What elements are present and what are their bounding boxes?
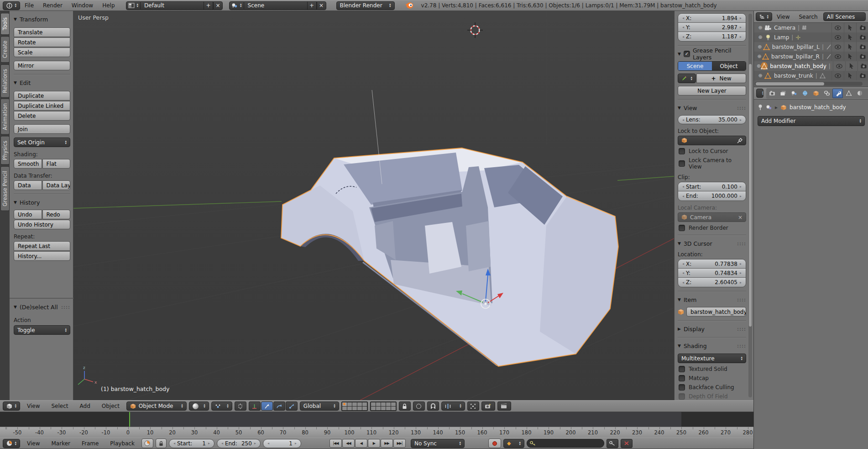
set-origin-dropdown[interactable]: Set Origin▴▾: [14, 137, 70, 147]
tab-scene-icon[interactable]: [789, 89, 799, 98]
viewport-shading-dropdown[interactable]: ▴▾: [189, 401, 209, 411]
redo-button[interactable]: Redo: [42, 210, 71, 219]
menu-help[interactable]: Help: [98, 2, 119, 9]
panel-header-deselect-all[interactable]: ▼(De)select All::::: [14, 302, 70, 312]
local-camera-field[interactable]: Camera ×: [678, 212, 746, 222]
manipulator-axes-button[interactable]: [249, 401, 261, 411]
selectability-cursor-icon[interactable]: [844, 52, 856, 61]
outliner-item-camera[interactable]: ⊕ Camera|: [754, 23, 868, 32]
view3d-menu-object[interactable]: Object: [97, 403, 124, 409]
render-engine-select[interactable]: Blender Render ▴▾: [336, 1, 395, 10]
snap-target-button[interactable]: [467, 401, 479, 411]
render-border-checkbox[interactable]: [679, 225, 685, 231]
tab-animation[interactable]: Animation: [0, 99, 10, 135]
visibility-eye-icon[interactable]: [831, 71, 844, 80]
data-button[interactable]: Data: [14, 180, 42, 190]
backface-culling-checkbox[interactable]: [679, 384, 685, 391]
panel-header-view[interactable]: ▼View::::: [678, 103, 746, 112]
renderability-camera-icon[interactable]: [858, 61, 868, 71]
visibility-eye-icon[interactable]: [831, 32, 844, 42]
outliner-item-trunk[interactable]: ⊕ barstow_trunk|: [754, 71, 868, 80]
visibility-eye-icon[interactable]: [833, 61, 845, 71]
editor-type-info-button[interactable]: ▴▾: [3, 1, 20, 10]
tab-tools[interactable]: Tools: [0, 13, 10, 35]
breadcrumb-object-name[interactable]: barstow_hatch_body: [790, 104, 846, 111]
layer-cell[interactable]: [357, 402, 362, 406]
mirror-button[interactable]: Mirror: [14, 61, 70, 70]
transform-orientation-dropdown[interactable]: Global▴▾: [300, 401, 339, 411]
layer-cell[interactable]: [381, 407, 386, 410]
active-keying-set-field[interactable]: [527, 439, 604, 448]
next-keyframe-button[interactable]: ▶▶: [381, 439, 393, 448]
manipulator-translate-button[interactable]: [261, 401, 273, 411]
tab-physics[interactable]: Physics: [0, 136, 10, 165]
object-data-icon[interactable]: [766, 105, 772, 110]
renderability-camera-icon[interactable]: [856, 52, 868, 61]
panel-header-3d-cursor[interactable]: ▼3D Cursor::::: [678, 239, 746, 248]
repeat-last-button[interactable]: Repeat Last: [14, 241, 70, 251]
lens-slider[interactable]: ◂Lens:35.000▸: [678, 115, 746, 124]
grease-new-button[interactable]: +New: [696, 74, 746, 83]
eyedropper-icon[interactable]: [737, 138, 743, 143]
editor-type-3dview-button[interactable]: ▴▾: [3, 401, 20, 411]
duplicate-button[interactable]: Duplicate: [14, 91, 70, 100]
render-animation-button[interactable]: [497, 401, 511, 411]
menu-window[interactable]: Window: [67, 2, 98, 9]
visibility-eye-icon[interactable]: [831, 52, 844, 61]
tab-material-icon[interactable]: [854, 89, 865, 98]
panel-header-transform[interactable]: ▼Transform: [14, 15, 70, 24]
location-y-slider[interactable]: ◂Y:2.987▸: [678, 23, 746, 32]
location-z-slider[interactable]: ◂Z:1.187▸: [678, 32, 746, 41]
layer-cell[interactable]: [347, 407, 352, 410]
add-scene-button[interactable]: +: [307, 1, 317, 10]
mode-dropdown[interactable]: Object Mode ▴▾: [126, 401, 187, 411]
timeline-menu-playback[interactable]: Playback: [105, 440, 139, 447]
pivot-point-dropdown[interactable]: ▴▾: [211, 401, 232, 411]
tab-object-data-icon[interactable]: [843, 89, 854, 98]
renderability-camera-icon[interactable]: [856, 71, 868, 80]
view3d-menu-add[interactable]: Add: [75, 403, 95, 409]
layer-cell[interactable]: [376, 402, 381, 406]
viewport-3d[interactable]: z x User Persp (1) barstow_hatch_body: [73, 11, 674, 400]
selectability-cursor-icon[interactable]: [844, 42, 856, 52]
history-button[interactable]: History...: [14, 251, 70, 261]
layer-cell[interactable]: [357, 407, 362, 410]
outliner-item-hatch-body[interactable]: ⊕ barstow_hatch_body|: [754, 61, 868, 71]
outliner-item-bpillar-r[interactable]: ⊕ barstow_bpillar_R|: [754, 52, 868, 61]
matcap-checkbox[interactable]: [679, 375, 685, 381]
scrollbar-thumb[interactable]: [749, 64, 752, 327]
item-name-field[interactable]: barstow_hatch_body: [686, 307, 746, 317]
outliner-scope-dropdown[interactable]: All Scenes: [823, 12, 866, 21]
panel-header-item[interactable]: ▼Item::::: [678, 295, 746, 304]
cursor-y-slider[interactable]: ◂Y:0.74834▸: [678, 269, 746, 278]
pin-icon[interactable]: [758, 104, 763, 111]
tab-render-icon[interactable]: [767, 89, 777, 98]
clip-end-slider[interactable]: ◂End:1000.000▸: [678, 191, 746, 201]
visibility-eye-icon[interactable]: [831, 23, 844, 32]
play-button[interactable]: ▶: [368, 439, 380, 448]
insert-keyframe-button[interactable]: [607, 439, 618, 448]
tab-render-layers-icon[interactable]: [778, 89, 788, 98]
scene-name[interactable]: Scene: [244, 1, 307, 10]
panel-header-display[interactable]: ▶Display::::: [678, 324, 746, 333]
expand-icon[interactable]: ⊕: [757, 53, 762, 59]
grease-pencil-checkbox[interactable]: ✓: [684, 51, 690, 57]
prev-keyframe-button[interactable]: ◀◀: [342, 439, 355, 448]
view3d-menu-select[interactable]: Select: [47, 403, 73, 409]
tab-relations[interactable]: Relations: [0, 64, 10, 98]
shade-flat-button[interactable]: Flat: [42, 159, 71, 169]
tab-modifiers-icon[interactable]: [832, 89, 843, 98]
jump-to-start-button[interactable]: |◀◀: [329, 439, 342, 448]
clear-icon[interactable]: ×: [738, 214, 743, 221]
timeline-ruler[interactable]: -50-40-30-20-100102030405060708090100110…: [0, 427, 753, 438]
new-layer-button[interactable]: New Layer: [678, 86, 746, 95]
textured-solid-checkbox[interactable]: [679, 366, 685, 372]
proportional-edit-button[interactable]: [413, 401, 425, 411]
timeline-track-area[interactable]: [0, 412, 753, 427]
render-opengl-button[interactable]: [481, 401, 495, 411]
current-frame-field[interactable]: ◂1▸: [263, 439, 301, 448]
grease-object-button[interactable]: Object: [712, 62, 746, 70]
location-x-slider[interactable]: ◂X:1.894▸: [678, 14, 746, 23]
translate-button[interactable]: Translate: [14, 27, 70, 37]
timeline-menu-view[interactable]: View: [22, 440, 44, 447]
